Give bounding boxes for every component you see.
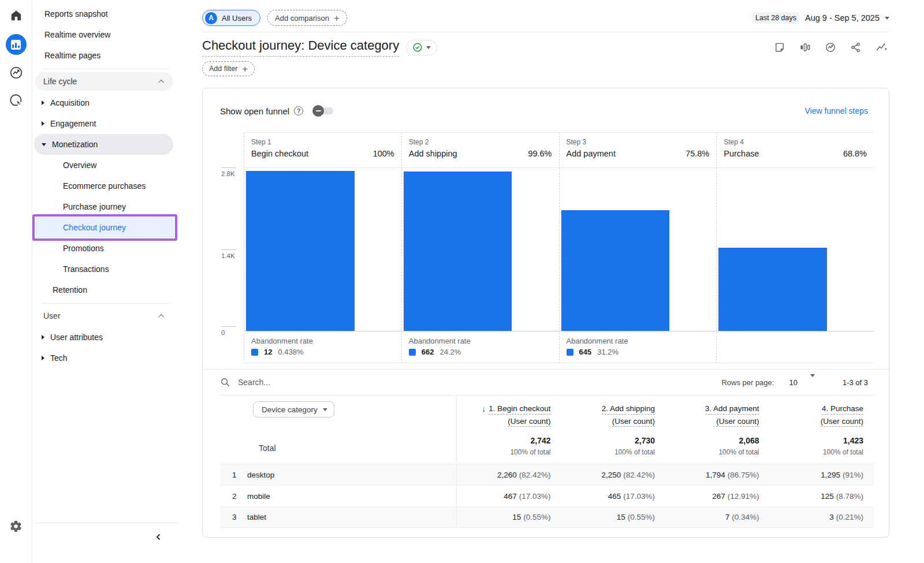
- all-users-comparison-pill[interactable]: A All Users: [202, 10, 260, 26]
- metric-percentage: (0.21%): [836, 513, 863, 521]
- abandonment-cell: Abandonment rate66224.2%: [402, 331, 559, 363]
- metric-value: 1,295: [821, 471, 840, 479]
- sidebar-item-retention[interactable]: Retention: [33, 279, 179, 300]
- help-icon[interactable]: ?: [294, 106, 303, 115]
- funnel-step-header: Step 1Begin checkout100%: [244, 133, 401, 168]
- comparison-mode-icon[interactable]: [799, 42, 811, 53]
- funnel-step-header: Step 2Add shipping99.6%: [402, 133, 559, 168]
- sidebar-item-checkout-journey[interactable]: Checkout journey: [35, 217, 174, 238]
- step-name: Add shipping: [409, 149, 457, 158]
- funnel-plot-area: [717, 168, 874, 331]
- sidebar-item-realtime-pages[interactable]: Realtime pages: [33, 45, 179, 66]
- page-title: Checkout journey: Device category: [202, 38, 399, 57]
- sort-descending-icon: ↓: [482, 404, 486, 414]
- abandonment-cell: Abandonment rate64531.2%: [560, 331, 717, 363]
- sidebar-item-tech[interactable]: Tech: [33, 348, 179, 368]
- search-icon: [220, 377, 230, 387]
- date-range-picker[interactable]: Last 28 days Aug 9 - Sep 5, 2025: [752, 12, 889, 24]
- rows-per-page-label: Rows per page:: [721, 378, 774, 387]
- reports-icon[interactable]: [6, 34, 27, 55]
- dimension-selector[interactable]: Device category: [253, 401, 334, 417]
- chevron-down-icon: [323, 408, 327, 411]
- home-icon[interactable]: [9, 9, 23, 23]
- open-funnel-toggle[interactable]: [312, 105, 334, 117]
- plus-icon: +: [242, 64, 248, 74]
- sidebar-item-label: Retention: [53, 285, 87, 294]
- table-total-row: Total 2,742100% of total2,730100% of tot…: [220, 432, 874, 464]
- funnel-step-column: Step 2Add shipping99.6%Abandonment rate6…: [401, 133, 559, 363]
- add-note-icon[interactable]: [774, 42, 785, 53]
- sidebar-item-reports-snapshot[interactable]: Reports snapshot: [33, 3, 179, 24]
- column-header[interactable]: 2. Add shipping(User count): [561, 396, 666, 432]
- column-header[interactable]: ↓1. Begin checkout(User count): [457, 396, 561, 432]
- sidebar-item-monetization[interactable]: Monetization: [34, 134, 173, 155]
- abandonment-label: Abandonment rate: [251, 337, 394, 345]
- settings-gear-icon[interactable]: [9, 520, 23, 535]
- funnel-bar: [246, 171, 355, 331]
- step-number-label: Step 1: [251, 138, 394, 146]
- sidebar-item-user-attributes[interactable]: User attributes: [33, 327, 179, 348]
- table-header-row: Device category ↓1. Begin checkout(User …: [220, 396, 874, 432]
- metric-value: 467: [504, 492, 517, 501]
- section-label: Life cycle: [43, 77, 77, 86]
- abandonment-count: 645: [579, 348, 592, 356]
- plus-icon: +: [334, 13, 340, 23]
- sidebar-footer: [33, 523, 179, 563]
- metric-cell: 1,794(86.75%): [665, 464, 770, 485]
- funnel-plot-area: [244, 168, 401, 331]
- metric-value: 125: [821, 492, 834, 501]
- insights-icon[interactable]: [825, 42, 836, 53]
- column-header[interactable]: 4. Purchase(User count): [770, 396, 874, 432]
- column-header[interactable]: 3. Add payment(User count): [665, 396, 770, 432]
- analytics-intelligence-icon[interactable]: [875, 42, 888, 53]
- reports-sidebar: Reports snapshot Realtime overview Realt…: [33, 0, 179, 563]
- rows-per-page-value: 10: [789, 378, 797, 387]
- metric-value: 7: [725, 513, 730, 521]
- search-input[interactable]: [238, 378, 411, 387]
- report-actions: [774, 42, 888, 53]
- view-funnel-steps-link[interactable]: View funnel steps: [805, 106, 868, 115]
- column-total-value: 2,068: [739, 436, 759, 445]
- table-row: 1desktop2,260(82.42%)2,250(82.42%)1,794(…: [220, 464, 874, 485]
- metric-percentage: (91%): [843, 471, 863, 479]
- row-dimension-value: mobile: [247, 492, 270, 501]
- sidebar-item-promotions[interactable]: Promotions: [33, 238, 179, 259]
- metric-cell: 3(0.21%): [770, 507, 874, 527]
- add-comparison-label: Add comparison: [275, 14, 329, 23]
- sidebar-item-label: Checkout journey: [63, 223, 126, 232]
- sidebar-item-transactions[interactable]: Transactions: [33, 259, 179, 279]
- column-total-cell: 1,423100% of total: [770, 432, 874, 464]
- metric-cell: 1,295(91%): [770, 464, 874, 485]
- funnel-step-header: Step 4Purchase68.8%: [717, 133, 874, 168]
- sidebar-item-realtime-overview[interactable]: Realtime overview: [33, 24, 179, 45]
- column-header-subtitle: (User count): [716, 417, 759, 427]
- sidebar-item-label: Realtime overview: [44, 30, 110, 39]
- row-index: 3: [220, 513, 247, 521]
- share-icon[interactable]: [850, 42, 862, 53]
- column-header-subtitle: (User count): [612, 417, 655, 427]
- add-comparison-button[interactable]: Add comparison +: [267, 10, 347, 26]
- sidebar-item-overview[interactable]: Overview: [33, 155, 179, 176]
- rows-per-page-select[interactable]: [810, 377, 815, 387]
- funnel-plot-area: [402, 168, 559, 331]
- step-completion-rate: 75.8%: [685, 149, 709, 158]
- add-filter-button[interactable]: Add filter +: [202, 61, 255, 76]
- funnel-bar: [561, 210, 670, 331]
- sidebar-item-label: Promotions: [63, 244, 104, 253]
- explore-icon[interactable]: [9, 65, 24, 80]
- sidebar-item-ecommerce-purchases[interactable]: Ecommerce purchases: [33, 176, 179, 196]
- advertising-icon[interactable]: [9, 93, 24, 108]
- sidebar-item-engagement[interactable]: Engagement: [33, 113, 179, 134]
- table-row: 2mobile467(17.03%)465(17.03%)267(12.91%)…: [220, 485, 874, 506]
- row-index: 1: [220, 471, 247, 479]
- section-header-life-cycle[interactable]: Life cycle: [35, 72, 173, 91]
- data-quality-indicator[interactable]: [406, 40, 437, 55]
- metric-cell: 125(8.78%): [770, 486, 874, 506]
- sidebar-item-purchase-journey[interactable]: Purchase journey: [33, 196, 179, 217]
- section-header-user[interactable]: User: [35, 307, 173, 325]
- sidebar-item-label: Ecommerce purchases: [63, 181, 146, 191]
- collapse-sidebar-icon[interactable]: [154, 532, 163, 544]
- sidebar-item-label: Monetization: [52, 140, 98, 149]
- abandonment-cell: Abandonment rate120.438%: [244, 331, 401, 363]
- sidebar-item-acquisition[interactable]: Acquisition: [33, 92, 179, 113]
